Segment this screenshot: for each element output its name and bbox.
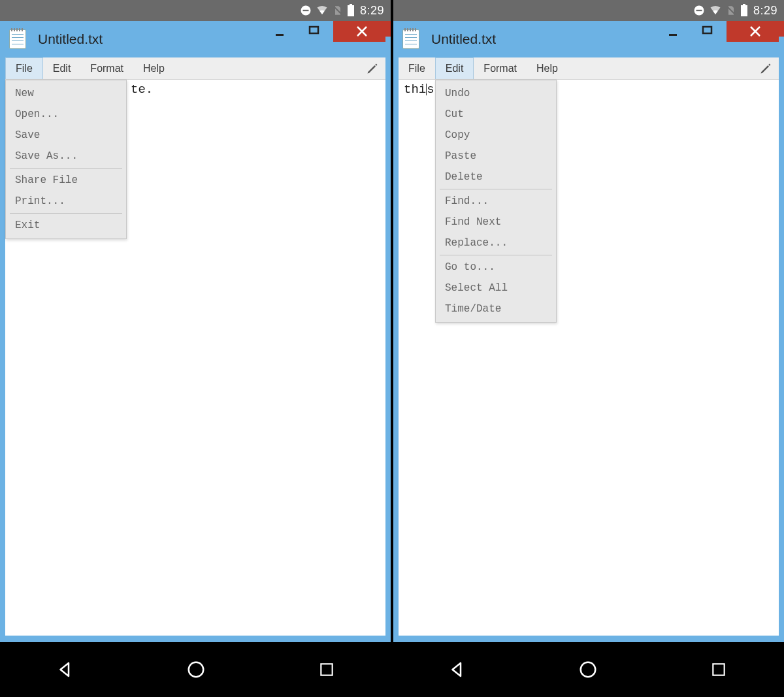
- menu-edit[interactable]: Edit: [435, 57, 474, 79]
- maximize-button[interactable]: [295, 21, 333, 41]
- svg-point-20: [581, 662, 596, 677]
- menu-file[interactable]: File: [399, 57, 435, 79]
- dropdown-separator: [440, 189, 552, 189]
- back-button[interactable]: [441, 653, 474, 686]
- menu-item-paste[interactable]: Paste: [436, 146, 556, 167]
- menu-help[interactable]: Help: [133, 57, 174, 79]
- menu-item-new[interactable]: New: [6, 83, 126, 104]
- svg-rect-6: [310, 27, 318, 33]
- edit-dropdown: Undo Cut Copy Paste Delete Find... Find …: [435, 80, 557, 323]
- menu-help[interactable]: Help: [527, 57, 568, 79]
- close-button[interactable]: [727, 21, 784, 42]
- svg-rect-4: [348, 5, 354, 16]
- menu-item-save[interactable]: Save: [6, 125, 126, 146]
- dnd-icon: [693, 5, 705, 16]
- home-button[interactable]: [572, 653, 604, 686]
- svg-rect-21: [713, 664, 724, 675]
- svg-rect-5: [276, 34, 284, 36]
- svg-rect-13: [741, 5, 747, 16]
- wifi-icon: [709, 5, 722, 16]
- menu-bar: File Edit Format Help: [5, 57, 385, 80]
- menu-item-print[interactable]: Print...: [6, 191, 126, 212]
- window-body: File Edit Format Help this Undo Cut Copy…: [399, 57, 779, 636]
- text-editor[interactable]: te. New Open... Save Save As... Share Fi…: [5, 80, 385, 636]
- menu-file[interactable]: File: [5, 57, 43, 79]
- svg-rect-3: [350, 4, 352, 5]
- status-time: 8:29: [753, 4, 777, 18]
- window-body: File Edit Format Help te. New Open... Sa…: [5, 57, 385, 636]
- menu-item-time-date[interactable]: Time/Date: [436, 299, 556, 319]
- menu-item-save-as[interactable]: Save As...: [6, 146, 126, 167]
- menu-item-select-all[interactable]: Select All: [436, 278, 556, 299]
- recents-button[interactable]: [310, 653, 343, 686]
- no-sim-icon: [333, 5, 343, 16]
- status-time: 8:29: [360, 4, 384, 18]
- svg-rect-19: [321, 664, 332, 675]
- dropdown-separator: [10, 213, 122, 214]
- menu-format[interactable]: Format: [474, 57, 527, 79]
- wifi-icon: [316, 5, 329, 16]
- svg-rect-12: [743, 4, 745, 5]
- maximize-button[interactable]: [689, 21, 727, 41]
- status-bar: 8:29: [393, 0, 784, 21]
- notepad-icon: [402, 29, 419, 49]
- menu-format[interactable]: Format: [80, 57, 133, 79]
- dnd-icon: [300, 5, 312, 16]
- window-title: Untitled.txt: [431, 31, 496, 47]
- right-pane: 8:29 Untitled.txt File Edit: [393, 0, 784, 642]
- menu-item-undo[interactable]: Undo: [436, 83, 556, 104]
- back-button[interactable]: [49, 653, 82, 686]
- edit-pencil-button[interactable]: [753, 57, 779, 79]
- editor-content: this: [404, 82, 434, 97]
- split-view: 8:29 Untitled.txt File Edit: [0, 0, 784, 642]
- svg-rect-10: [696, 10, 702, 11]
- menu-item-find[interactable]: Find...: [436, 191, 556, 212]
- menu-item-replace[interactable]: Replace...: [436, 233, 556, 253]
- file-dropdown: New Open... Save Save As... Share File P…: [5, 80, 127, 239]
- window-title: Untitled.txt: [38, 31, 103, 47]
- dropdown-separator: [440, 255, 552, 255]
- left-pane: 8:29 Untitled.txt File Edit: [0, 0, 391, 642]
- svg-rect-1: [302, 10, 308, 11]
- menu-item-find-next[interactable]: Find Next: [436, 212, 556, 233]
- svg-rect-14: [669, 34, 677, 36]
- svg-rect-15: [703, 27, 711, 33]
- title-bar: Untitled.txt: [0, 21, 391, 57]
- edit-pencil-button[interactable]: [359, 57, 385, 79]
- text-editor[interactable]: this Undo Cut Copy Paste Delete Find... …: [399, 80, 779, 636]
- title-bar: Untitled.txt: [393, 21, 784, 57]
- menu-item-exit[interactable]: Exit: [6, 215, 126, 236]
- menu-item-copy[interactable]: Copy: [436, 125, 556, 146]
- status-bar: 8:29: [0, 0, 391, 21]
- menu-bar: File Edit Format Help: [399, 57, 779, 80]
- menu-edit[interactable]: Edit: [43, 57, 81, 79]
- svg-point-18: [189, 662, 204, 677]
- dropdown-separator: [10, 168, 122, 169]
- battery-icon: [347, 4, 355, 17]
- nav-bar: [0, 642, 784, 697]
- no-sim-icon: [726, 5, 736, 16]
- home-button[interactable]: [180, 653, 212, 686]
- menu-item-open[interactable]: Open...: [6, 104, 126, 125]
- window-controls: [264, 21, 391, 57]
- minimize-button[interactable]: [657, 21, 689, 41]
- minimize-button[interactable]: [264, 21, 295, 41]
- recents-button[interactable]: [702, 653, 735, 686]
- close-button[interactable]: [333, 21, 391, 42]
- menu-item-goto[interactable]: Go to...: [436, 257, 556, 278]
- menu-item-cut[interactable]: Cut: [436, 104, 556, 125]
- window-controls: [657, 21, 784, 57]
- menu-item-share-file[interactable]: Share File: [6, 170, 126, 191]
- battery-icon: [740, 4, 748, 17]
- menu-item-delete[interactable]: Delete: [436, 167, 556, 187]
- notepad-icon: [9, 29, 26, 49]
